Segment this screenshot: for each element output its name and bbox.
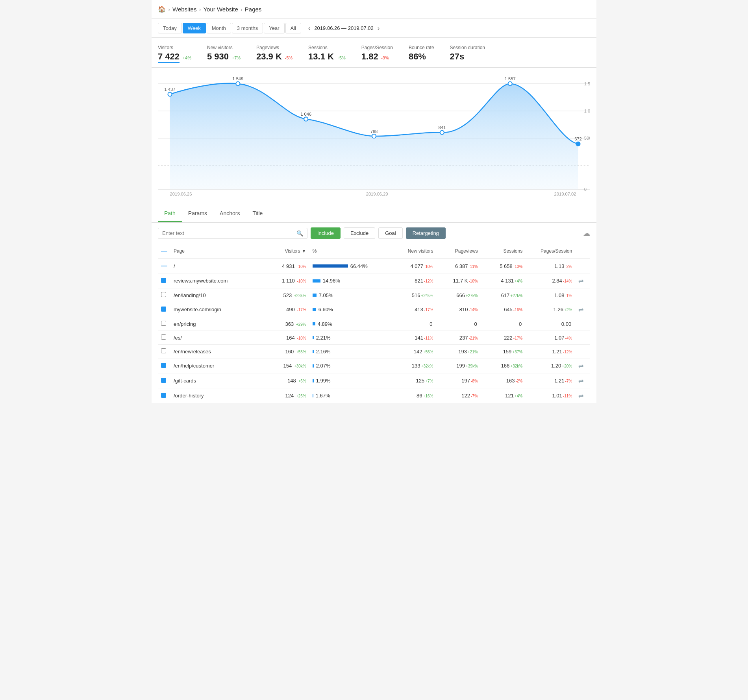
- stat-sessions: Sessions 13.1 K +5%: [308, 45, 346, 62]
- row-pct: 2.21%: [309, 331, 387, 345]
- row-page[interactable]: en/pricing: [170, 317, 260, 331]
- stat-pages-session-label: Pages/Session: [361, 45, 393, 50]
- filter-bar: 🔍 Include Exclude Goal Retargeting ☁: [152, 223, 596, 244]
- tab-params[interactable]: Params: [182, 205, 213, 222]
- row-checkbox[interactable]: [161, 292, 166, 297]
- stat-pages-session-value: 1.82 -9%: [361, 52, 393, 62]
- row-action-icon[interactable]: ⇌: [578, 362, 583, 369]
- col-header-page[interactable]: Page: [170, 244, 260, 259]
- row-action-icon[interactable]: ⇌: [578, 277, 583, 284]
- time-3months-button[interactable]: 3 months: [232, 23, 263, 33]
- table-row: reviews.mywebsite.com 1 110 -10% 14.96% …: [158, 273, 590, 288]
- time-today-button[interactable]: Today: [158, 23, 182, 33]
- row-visitors-change: -17%: [297, 308, 306, 312]
- row-page[interactable]: /gift-cards: [170, 373, 260, 388]
- time-all-button[interactable]: All: [285, 23, 301, 33]
- breadcrumb-websites[interactable]: Websites: [172, 6, 196, 13]
- row-page[interactable]: /en/landing/10: [170, 288, 260, 302]
- exclude-button[interactable]: Exclude: [344, 227, 375, 239]
- row-new-visitors: 86+16%: [387, 388, 436, 403]
- row-indicator-cell: [158, 345, 170, 358]
- tab-path[interactable]: Path: [158, 205, 182, 222]
- row-sessions: 4 131+4%: [481, 273, 526, 288]
- row-page[interactable]: /es/: [170, 331, 260, 345]
- row-page[interactable]: /: [170, 259, 260, 273]
- search-box: 🔍: [158, 228, 307, 239]
- col-header-new-visitors[interactable]: New visitors: [387, 244, 436, 259]
- row-actions-cell: ⇌: [575, 358, 590, 373]
- stat-bounce-rate-value: 86%: [409, 52, 434, 62]
- row-actions-cell: ⇌: [575, 373, 590, 388]
- row-page[interactable]: /en/help/customer: [170, 358, 260, 373]
- row-new-visitors: 133+32k%: [387, 358, 436, 373]
- search-input[interactable]: [162, 230, 296, 236]
- time-year-button[interactable]: Year: [264, 23, 284, 33]
- date-prev-button[interactable]: ‹: [306, 24, 313, 33]
- date-next-button[interactable]: ›: [375, 24, 382, 33]
- stat-visitors-value: 7 422 +4%: [158, 52, 191, 62]
- row-pageviews: 11.7 K-10%: [436, 273, 481, 288]
- row-page[interactable]: /order-history: [170, 388, 260, 403]
- include-button[interactable]: Include: [311, 227, 341, 239]
- table-row: en/pricing 363 +29% 4.89% 0 0 0 0.00: [158, 317, 590, 331]
- row-action-icon[interactable]: ⇌: [578, 377, 583, 384]
- search-icon: 🔍: [296, 230, 303, 236]
- chart-point-1: [236, 82, 240, 86]
- row-visitors: 490 -17%: [260, 302, 309, 317]
- home-icon[interactable]: 🏠: [158, 6, 166, 13]
- col-header-sessions[interactable]: Sessions: [481, 244, 526, 259]
- retargeting-button[interactable]: Retargeting: [406, 227, 446, 239]
- row-action-icon[interactable]: ⇌: [578, 306, 583, 313]
- row-sessions: 645-16%: [481, 302, 526, 317]
- time-month-button[interactable]: Month: [207, 23, 231, 33]
- row-pct: 2.16%: [309, 345, 387, 358]
- row-indicator: [161, 393, 166, 398]
- row-new-visitors: 141-11%: [387, 331, 436, 345]
- stat-pageviews-change: -5%: [285, 55, 293, 60]
- stat-new-visitors-label: New visitors: [207, 45, 241, 50]
- row-visitors: 154 +30k%: [260, 358, 309, 373]
- row-pps: 2.84-14%: [526, 273, 575, 288]
- row-page[interactable]: reviews.mywebsite.com: [170, 273, 260, 288]
- row-actions-cell: ⇌: [575, 273, 590, 288]
- row-visitors-change: -10%: [297, 336, 306, 340]
- col-header-pct[interactable]: %: [309, 244, 387, 259]
- goal-button[interactable]: Goal: [378, 227, 402, 239]
- row-action-icon[interactable]: ⇌: [578, 392, 583, 399]
- row-sessions: 121+4%: [481, 388, 526, 403]
- row-checkbox[interactable]: [161, 321, 166, 326]
- tab-title[interactable]: Title: [246, 205, 269, 222]
- row-indicator: [161, 307, 166, 312]
- col-header-pps[interactable]: Pages/Session: [526, 244, 575, 259]
- chart-point-6: [576, 142, 580, 146]
- row-page[interactable]: mywebsite.com/login: [170, 302, 260, 317]
- row-checkbox[interactable]: [161, 334, 166, 340]
- chart-label-1: 1 549: [232, 76, 243, 81]
- row-pct: 66.44%: [309, 259, 387, 273]
- row-pageviews: 197-8%: [436, 373, 481, 388]
- row-pct: 1.67%: [309, 388, 387, 403]
- date-range-text: 2019.06.26 — 2019.07.02: [314, 25, 373, 31]
- row-page[interactable]: /en/newreleases: [170, 345, 260, 358]
- time-week-button[interactable]: Week: [183, 23, 206, 33]
- visitors-chart: 1 437 1 549 1 046 788 841 1 557 672 1 50…: [158, 76, 590, 198]
- row-expand-icon[interactable]: —: [161, 262, 167, 269]
- row-pageviews: 0: [436, 317, 481, 331]
- breadcrumb-your-website[interactable]: Your Website: [203, 6, 238, 13]
- row-sessions: 222-17%: [481, 331, 526, 345]
- row-checkbox[interactable]: [161, 348, 166, 353]
- cloud-download-icon[interactable]: ☁: [583, 229, 590, 238]
- tab-anchors[interactable]: Anchors: [213, 205, 246, 222]
- table-row: /en/help/customer 154 +30k% 2.07% 133+32…: [158, 358, 590, 373]
- row-pageviews: 199+39k%: [436, 358, 481, 373]
- col-header-visitors[interactable]: Visitors ▼: [260, 244, 309, 259]
- row-pct: 2.07%: [309, 358, 387, 373]
- stat-pageviews-label: Pageviews: [256, 45, 293, 50]
- row-pageviews: 6 387-11%: [436, 259, 481, 273]
- row-sessions: 0: [481, 317, 526, 331]
- col-header-actions: [575, 244, 590, 259]
- tab-bar: Path Params Anchors Title: [152, 205, 596, 223]
- col-header-pageviews[interactable]: Pageviews: [436, 244, 481, 259]
- row-visitors: 160 +55%: [260, 345, 309, 358]
- row-visitors: 363 +29%: [260, 317, 309, 331]
